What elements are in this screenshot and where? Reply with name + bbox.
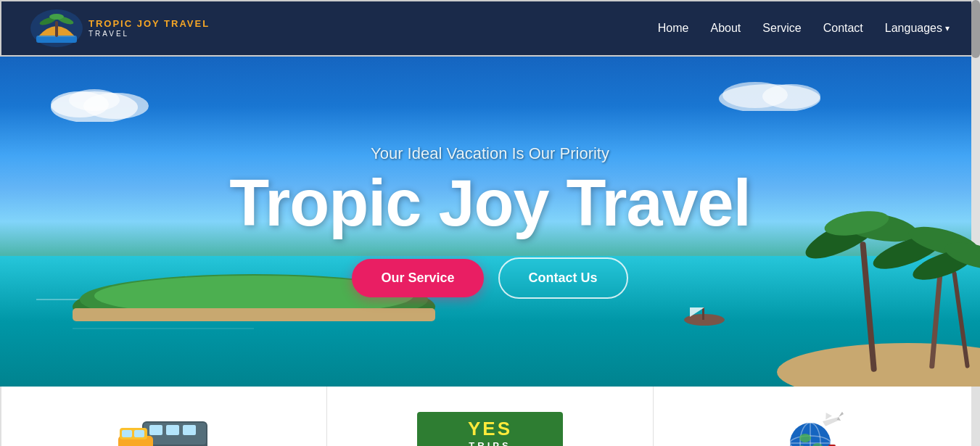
svg-marker-61 (837, 411, 844, 416)
logo-text-tropic: TROPIC JOY TRAVEL (88, 19, 210, 29)
yes-trips-trips: TRIPS (469, 440, 511, 447)
hero-title: Tropic Joy Travel (229, 170, 750, 236)
service-card-tours[interactable]: YES TRIPS ALL THE TRIPS THERE IS ANY DAY… (327, 387, 653, 446)
svg-point-9 (69, 89, 120, 111)
logo[interactable]: TROPIC JOY TRAVEL TRAVEL (30, 9, 210, 47)
globe-plane-icon (780, 410, 852, 447)
hero-boat (683, 304, 726, 329)
bus-taxi-icon (117, 410, 211, 447)
our-service-button[interactable]: Our Service (352, 259, 483, 297)
svg-point-12 (762, 84, 820, 109)
scrollbar-thumb[interactable] (971, 0, 980, 58)
nav-item-service[interactable]: Service (762, 22, 801, 35)
service-card-other[interactable]: Other services (654, 387, 979, 446)
navbar: TROPIC JOY TRAVEL TRAVEL Home About Serv… (0, 0, 980, 57)
contact-us-button[interactable]: Contact Us (498, 257, 628, 299)
nav-item-home[interactable]: Home (658, 22, 689, 35)
nav-item-contact[interactable]: Contact (823, 22, 863, 35)
svg-rect-47 (134, 430, 144, 437)
svg-rect-37 (149, 425, 162, 435)
hero-subtitle: Your Ideal Vacation Is Our Priority (371, 144, 609, 163)
svg-point-5 (49, 14, 64, 20)
nav-link-contact[interactable]: Contact (823, 22, 863, 34)
service-card-transport[interactable]: Pickup (Transport) (1, 387, 327, 446)
svg-rect-2 (55, 21, 58, 37)
svg-rect-38 (166, 425, 179, 435)
nav-link-service[interactable]: Service (762, 22, 801, 34)
hero-clouds-left (36, 78, 181, 125)
transport-icon-area (117, 408, 211, 446)
logo-text-travel: TRAVEL (88, 30, 210, 38)
svg-rect-33 (702, 307, 704, 320)
hero-buttons: Our Service Contact Us (352, 257, 627, 299)
nav-links: Home About Service Contact Languages ▾ (658, 22, 950, 35)
svg-rect-16 (73, 308, 435, 321)
nav-link-about[interactable]: About (711, 22, 741, 34)
svg-rect-46 (122, 430, 132, 437)
svg-point-17 (777, 343, 980, 387)
yes-trips-yes: YES (468, 418, 512, 440)
chevron-down-icon: ▾ (945, 23, 950, 33)
nav-item-languages[interactable]: Languages ▾ (885, 22, 950, 35)
hero-clouds-right (704, 71, 835, 114)
logo-icon (30, 9, 83, 47)
hero-section: Your Ideal Vacation Is Our Priority Trop… (0, 57, 980, 387)
languages-label: Languages (885, 22, 942, 35)
hero-content: Your Ideal Vacation Is Our Priority Trop… (229, 144, 750, 299)
languages-dropdown[interactable]: Languages ▾ (885, 22, 950, 35)
svg-marker-62 (823, 410, 832, 419)
svg-marker-60 (823, 413, 840, 427)
svg-point-57 (799, 434, 811, 442)
yes-trips-icon-area: YES TRIPS ALL THE TRIPS THERE IS ANY DAY… (417, 408, 563, 446)
services-section: Pickup (Transport) YES TRIPS ALL THE TRI… (0, 387, 980, 446)
other-services-icon-area (780, 408, 852, 446)
yes-trips-logo: YES TRIPS ALL THE TRIPS THERE IS ANY DAY… (417, 412, 563, 447)
nav-item-about[interactable]: About (711, 22, 741, 35)
svg-rect-39 (183, 425, 196, 435)
nav-link-home[interactable]: Home (658, 22, 689, 34)
